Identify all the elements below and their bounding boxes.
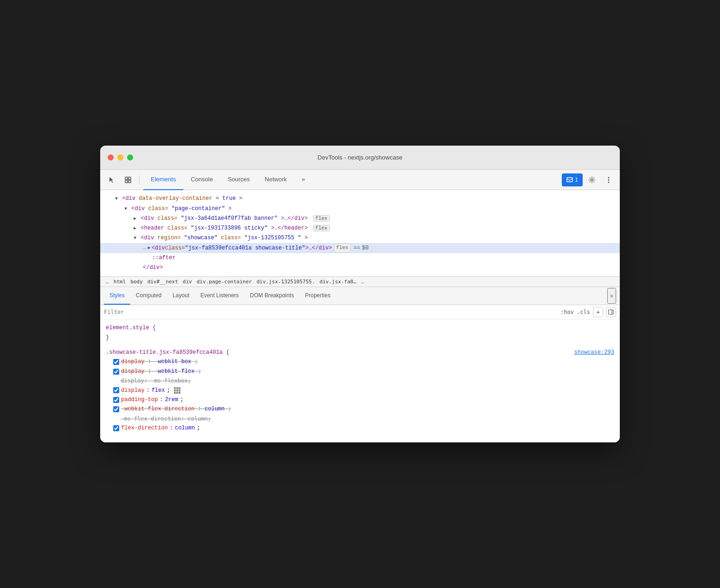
css-checkbox-flex[interactable]	[113, 387, 119, 393]
dom-line-1[interactable]: ▼ <div data-overlay-container = true >	[100, 194, 620, 204]
css-prop-webkit-flex-direction: -webkit-flex-direction : column ;	[106, 404, 614, 414]
css-checkbox-webkit-flex[interactable]	[113, 369, 119, 375]
triangle-icon-2: ▼	[124, 206, 127, 211]
filter-input[interactable]	[104, 309, 557, 315]
panel-tab-properties[interactable]: Properties	[300, 287, 336, 305]
dots-icon: …	[143, 244, 146, 252]
svg-rect-9	[609, 310, 613, 314]
svg-rect-1	[129, 177, 131, 179]
css-checkbox-flex-direction[interactable]	[113, 425, 119, 431]
triangle-icon-4: ▶	[134, 226, 136, 231]
dom-line-8[interactable]: </div>	[100, 263, 620, 273]
settings-icon-button[interactable]	[585, 173, 599, 187]
dom-line-4[interactable]: ▶ <header class= "jsx-1931733896 sticky"…	[100, 224, 620, 233]
bc-next[interactable]: div#__next	[148, 279, 178, 285]
css-prop-ms-flex-direction: -ms-flex-direction: column;	[106, 414, 614, 423]
inspect-icon-button[interactable]	[121, 173, 135, 187]
css-prop-ms-flexbox: display: -ms-flexbox;	[106, 376, 614, 385]
triangle-icon-6: ▶	[148, 244, 151, 252]
panel-tab-event-listeners[interactable]: Event Listeners	[195, 287, 244, 305]
toolbar-right: 1	[562, 173, 616, 187]
css-prop-flex: display : flex ;	[106, 386, 614, 395]
window-title: DevTools - nextjs.org/showcase	[318, 154, 403, 161]
titlebar: DevTools - nextjs.org/showcase	[100, 146, 620, 170]
tab-network[interactable]: Network	[257, 170, 295, 190]
main-toolbar: Elements Console Sources Network » 1	[100, 170, 620, 190]
svg-rect-3	[129, 180, 131, 183]
dom-line-2[interactable]: ▼ <div class= "page-container" >	[100, 204, 620, 214]
bc-html[interactable]: html	[114, 279, 126, 285]
dom-line-5[interactable]: ▼ <div region= "showcase" class= "jsx-13…	[100, 233, 620, 243]
css-rules-panel: element.style { } .showcase-title.jsx-fa…	[100, 320, 620, 442]
bc-jsx-fa8[interactable]: div.jsx-fa8…	[320, 279, 356, 285]
main-tab-list: Elements Console Sources Network »	[143, 170, 560, 190]
panel-tab-styles[interactable]: Styles	[104, 287, 130, 305]
css-prop-webkit-box: display : -webkit-box ;	[106, 357, 614, 366]
tab-elements[interactable]: Elements	[143, 170, 183, 190]
css-checkbox-webkit-flex-dir[interactable]	[113, 406, 119, 412]
css-rule-element-style: element.style { }	[106, 323, 614, 342]
svg-point-8	[608, 181, 610, 183]
hov-button[interactable]: :hov	[560, 309, 574, 315]
bc-div[interactable]: div	[183, 279, 192, 285]
panel-tab-computed[interactable]: Computed	[130, 287, 167, 305]
css-selector-showcase[interactable]: .showcase-title.jsx-fa8539efcca401a {	[106, 348, 229, 357]
styles-panel: Styles Computed Layout Event Listeners D…	[100, 287, 620, 442]
tab-sources[interactable]: Sources	[220, 170, 257, 190]
bc-body[interactable]: body	[130, 279, 143, 285]
flex-badge-4: flex	[313, 225, 330, 231]
window-controls	[108, 154, 133, 160]
flex-grid-icon	[174, 387, 180, 394]
css-checkbox-padding-top[interactable]	[113, 397, 119, 403]
bc-jsx-1325[interactable]: div.jsx-1325105755.	[257, 279, 315, 285]
maximize-button[interactable]	[127, 154, 133, 160]
tab-more[interactable]: »	[294, 170, 312, 190]
css-rule-header-element: element.style {	[106, 323, 614, 332]
svg-rect-0	[125, 177, 128, 179]
equals-sign: ==	[354, 244, 360, 253]
bc-page-container[interactable]: div.page-container	[197, 279, 252, 285]
breadcrumb: … html body div#__next div div.page-cont…	[100, 277, 620, 287]
cursor-icon-button[interactable]	[104, 173, 119, 187]
css-source-link[interactable]: showcase:293	[574, 348, 614, 357]
panel-tab-dom-breakpoints[interactable]: DOM Breakpoints	[244, 287, 300, 305]
toolbar-divider	[139, 175, 140, 185]
minimize-button[interactable]	[117, 154, 123, 160]
flex-badge-6: flex	[334, 243, 351, 253]
tab-console[interactable]: Console	[183, 170, 220, 190]
close-button[interactable]	[108, 154, 114, 160]
css-rule-header-showcase: .showcase-title.jsx-fa8539efcca401a { sh…	[106, 348, 614, 357]
css-prop-webkit-flex: display : -webkit-flex ;	[106, 367, 614, 376]
toggle-sidebar-button[interactable]	[606, 307, 616, 317]
dom-line-6[interactable]: … ▶ <div class= "jsx-fa8539efcca401a sho…	[100, 243, 620, 253]
panel-tab-layout[interactable]: Layout	[167, 287, 195, 305]
dom-line-3[interactable]: ▶ <div class= "jsx-3a64d1ae4f0f7fab bann…	[100, 214, 620, 224]
filter-bar: :hov .cls +	[100, 305, 620, 320]
flex-badge-3: flex	[313, 215, 330, 222]
svg-point-6	[608, 177, 610, 178]
panel-tab-list: Styles Computed Layout Event Listeners D…	[100, 287, 620, 305]
add-style-button[interactable]: +	[593, 307, 603, 317]
css-prop-flex-direction: flex-direction : column ;	[106, 423, 614, 433]
triangle-icon-5: ▼	[134, 236, 136, 241]
svg-rect-2	[125, 180, 128, 183]
triangle-icon-1: ▼	[115, 196, 118, 201]
css-selector-element[interactable]: element.style {	[106, 323, 156, 332]
triangle-icon-3: ▶	[134, 216, 136, 221]
svg-rect-4	[567, 178, 572, 182]
css-prop-padding-top: padding-top : 2rem ;	[106, 395, 614, 404]
svg-point-7	[608, 179, 610, 180]
notification-button[interactable]: 1	[562, 173, 583, 186]
devtools-window: DevTools - nextjs.org/showcase Elements …	[100, 146, 620, 442]
filter-actions: :hov .cls +	[560, 307, 616, 317]
css-checkbox-webkit-box[interactable]	[113, 359, 119, 365]
more-options-button[interactable]	[601, 173, 616, 187]
dollar-zero: $0	[362, 244, 368, 253]
dom-line-7[interactable]: ::after	[100, 253, 620, 263]
svg-point-5	[591, 179, 593, 181]
panel-tab-more[interactable]: »	[607, 288, 616, 304]
cls-button[interactable]: .cls	[577, 309, 590, 315]
css-rule-showcase: .showcase-title.jsx-fa8539efcca401a { sh…	[106, 348, 614, 433]
css-close-brace-element: }	[106, 334, 109, 341]
dom-tree-panel: ▼ <div data-overlay-container = true > ▼…	[100, 190, 620, 277]
